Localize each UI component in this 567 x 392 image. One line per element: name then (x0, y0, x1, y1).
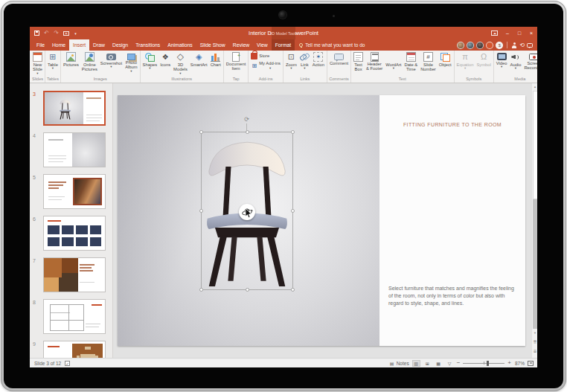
ribbon-button-chart[interactable]: Chart (209, 51, 222, 67)
close-button[interactable]: × (525, 27, 537, 39)
ribbon-button-icons[interactable]: ❖Icons (158, 51, 172, 67)
slide-thumbnail-7[interactable] (43, 257, 106, 292)
ribbon-button-date-time[interactable]: Date &Time (403, 51, 419, 72)
tab-insert[interactable]: Insert (69, 39, 89, 51)
slide-thumbnail-5[interactable] (43, 174, 106, 209)
tab-review[interactable]: Review (229, 39, 253, 51)
ribbon-button-new-slide[interactable]: NewSlide▾ (31, 51, 44, 75)
zoom-slider[interactable] (463, 360, 504, 367)
maximize-button[interactable]: □ (513, 27, 525, 39)
comments-icon[interactable] (527, 43, 533, 48)
undo-button[interactable]: ↶ (43, 30, 50, 36)
ribbon-button-photo-album[interactable]: PhotoAlbum▾ (124, 51, 138, 73)
tab-format[interactable]: Format (272, 39, 295, 51)
resize-handle[interactable] (291, 209, 295, 213)
slide-sorter-view-button[interactable]: ⊞ (423, 360, 432, 367)
scroll-up-button[interactable]: ▲ (532, 83, 537, 90)
spell-check-icon[interactable]: ✓ (65, 361, 70, 366)
ribbon-button-text-box[interactable]: TextBox (352, 51, 365, 72)
ribbon-button-video[interactable]: Video▾ (495, 51, 509, 69)
ribbon-button-table[interactable]: ⊞Table▾ (46, 51, 60, 71)
ribbon-button-header-footer[interactable]: Header& Footer (365, 51, 384, 71)
ribbon-button-wordart[interactable]: WordArt▾ (384, 51, 403, 71)
rotate-handle[interactable]: ⟳ (243, 116, 250, 123)
ribbon-button-pictures[interactable]: Pictures (62, 51, 80, 67)
resize-handle[interactable] (199, 288, 203, 292)
scrollbar-thumb[interactable] (533, 91, 538, 199)
collaborator-avatar[interactable] (476, 42, 484, 49)
tab-slide-show[interactable]: Slide Show (196, 39, 229, 51)
slide-show-button[interactable]: ▽ (446, 360, 454, 367)
redo-button[interactable]: ↷ (53, 30, 60, 36)
ribbon-display-options-button[interactable] (490, 27, 502, 39)
ribbon-group-text: TextBoxHeader& FooterWordArt▾Date &Time#… (351, 51, 455, 83)
resize-handle[interactable] (291, 130, 295, 134)
slide-title[interactable]: FITTING FURNITURE TO THE ROOM (385, 122, 519, 127)
wordart-label: WordArt▾ (385, 62, 401, 71)
previous-slide-button[interactable]: ⇈ (532, 339, 537, 346)
start-from-beginning-button[interactable] (63, 30, 69, 36)
tab-file[interactable]: File (33, 39, 48, 51)
collaborator-avatar[interactable] (457, 42, 464, 49)
zoom-out-button[interactable]: − (457, 360, 461, 366)
normal-view-button[interactable]: ▥ (412, 360, 420, 367)
3d-rotate-control[interactable] (239, 204, 255, 220)
tab-view[interactable]: View (253, 39, 272, 51)
ribbon-button-smartart[interactable]: ◈SmartArt (189, 51, 209, 67)
slide-thumbnail-4[interactable] (43, 132, 106, 167)
ribbon-button-shapes[interactable]: Shapes▾ (141, 51, 159, 71)
resize-handle[interactable] (199, 209, 203, 213)
resize-handle[interactable] (199, 130, 203, 134)
collaborator-avatar[interactable]: $ (496, 42, 503, 49)
ribbon-button-store[interactable]: Store (249, 53, 271, 60)
scrollbar-track[interactable] (533, 199, 538, 329)
tab-transitions[interactable]: Transitions (132, 39, 164, 51)
ribbon-button-my-add-ins[interactable]: ⊞My Add-ins▾ (249, 61, 282, 71)
ribbon-button-symbol[interactable]: ΩSymbol (475, 51, 492, 67)
history-icon[interactable]: ⟲ (519, 42, 525, 48)
ribbon-button-object[interactable]: Object (438, 51, 453, 67)
ribbon-button-screenshot[interactable]: Screenshot▾ (99, 51, 124, 69)
notes-button[interactable]: ▤ Notes (389, 360, 409, 367)
save-button[interactable] (33, 30, 40, 36)
ribbon-button-equation[interactable]: πEquation▾ (455, 51, 475, 71)
ribbon-button-3d-models[interactable]: ◇3DModels▾ (172, 51, 189, 75)
slide-number-icon: # (423, 52, 433, 62)
screen-recording-label: ScreenRecording (524, 61, 537, 71)
zoom-slider-knob[interactable] (487, 361, 489, 366)
tab-home[interactable]: Home (48, 39, 69, 51)
ribbon-button-document-item[interactable]: DocumentItem (225, 51, 247, 71)
customize-qat-button[interactable]: ▾ (72, 30, 79, 36)
tab-draw[interactable]: Draw (89, 39, 109, 51)
resize-handle[interactable] (291, 288, 295, 292)
ribbon-button-action[interactable]: ✶Action (311, 51, 326, 67)
slide-thumbnail-8[interactable] (43, 299, 106, 334)
slide-thumbnail-3[interactable] (43, 91, 106, 126)
zoom-icon: ⊡ (286, 52, 296, 62)
reading-view-button[interactable]: ▦ (435, 360, 443, 367)
ribbon-button-online-pictures[interactable]: OnlinePictures (80, 51, 99, 72)
zoom-in-button[interactable]: + (507, 360, 511, 366)
ribbon-button-comment[interactable]: Comment (328, 51, 350, 65)
slide-thumbnail-6[interactable] (43, 216, 106, 251)
share-icon[interactable] (511, 42, 517, 48)
ribbon-button-zoom[interactable]: ⊡Zoom▾ (284, 51, 298, 71)
tab-design[interactable]: Design (109, 39, 132, 51)
ribbon-button-link[interactable]: Link▾ (298, 51, 311, 71)
collaborator-avatar[interactable] (467, 42, 474, 49)
minimize-button[interactable]: – (502, 27, 513, 39)
ribbon-button-audio[interactable]: Audio▾ (509, 51, 523, 71)
comment-icon (334, 54, 344, 60)
next-slide-button[interactable]: ⇊ (532, 348, 537, 355)
ribbon-button-slide-number[interactable]: #SlideNumber (419, 51, 438, 72)
scroll-down-button[interactable]: ▼ (532, 330, 537, 336)
tell-me-box[interactable]: Tell me what you want to do (295, 39, 369, 51)
resize-handle[interactable] (246, 288, 249, 292)
ribbon-button-screen-recording[interactable]: ScreenRecording (522, 51, 537, 71)
collaborator-avatar[interactable] (486, 42, 493, 49)
tab-animations[interactable]: Animations (164, 39, 196, 51)
fit-slide-to-window-button[interactable] (528, 361, 534, 366)
status-left: Slide 3 of 12 ✓ (30, 361, 70, 366)
slide-thumbnail-9[interactable] (43, 341, 106, 358)
slide-body-text[interactable]: Select furniture that matches and magnif… (388, 285, 516, 307)
